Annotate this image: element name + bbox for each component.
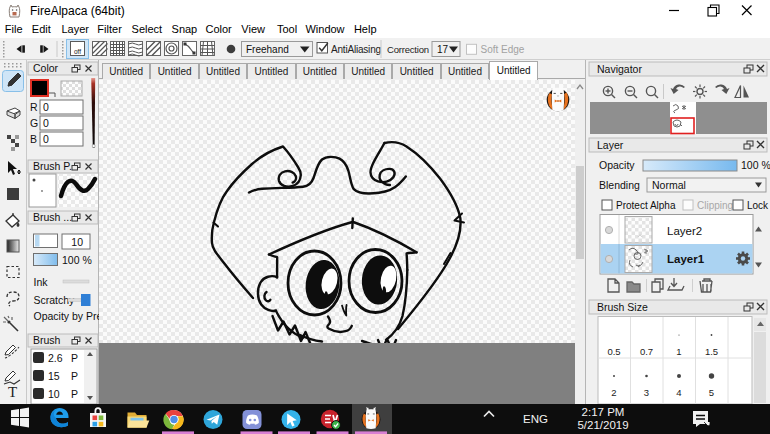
svg-text:Blending: Blending	[599, 179, 640, 191]
svg-text:4: 4	[676, 387, 681, 398]
svg-text:ENG: ENG	[523, 413, 548, 425]
svg-text:Correction: Correction	[387, 44, 429, 55]
svg-text:10: 10	[71, 236, 83, 248]
svg-text:2:17 PM: 2:17 PM	[582, 406, 625, 418]
svg-text:Layer1: Layer1	[667, 253, 705, 265]
svg-text:Color: Color	[33, 62, 59, 74]
svg-text:Layer2: Layer2	[667, 225, 702, 237]
svg-text:0: 0	[43, 133, 49, 145]
svg-text:Freehand: Freehand	[246, 44, 289, 55]
svg-text:10: 10	[48, 388, 60, 400]
svg-text:5: 5	[709, 387, 714, 398]
svg-text:Soft Edge: Soft Edge	[481, 44, 525, 55]
svg-text:0.5: 0.5	[607, 346, 620, 357]
svg-text:1.5: 1.5	[705, 346, 718, 357]
svg-text:15: 15	[48, 370, 60, 382]
svg-text:P: P	[71, 352, 78, 364]
svg-text:17: 17	[437, 44, 449, 55]
svg-text:Brush ...: Brush ...	[33, 211, 72, 223]
svg-text:2: 2	[611, 387, 616, 398]
svg-text:1: 1	[676, 346, 681, 357]
svg-text:Clipping: Clipping	[697, 200, 733, 211]
svg-text:G: G	[30, 117, 38, 129]
svg-text:Ink: Ink	[34, 276, 49, 288]
svg-text:AntiAliasing: AntiAliasing	[331, 44, 381, 55]
svg-text:Navigator: Navigator	[597, 63, 642, 75]
svg-text:0.7: 0.7	[640, 346, 653, 357]
svg-text:P: P	[71, 370, 78, 382]
svg-text:Brush: Brush	[33, 334, 61, 346]
svg-text:5/21/2019: 5/21/2019	[577, 419, 628, 431]
svg-text:2.6: 2.6	[48, 352, 63, 364]
svg-text:100 %: 100 %	[741, 159, 770, 171]
svg-text:Brush P...: Brush P...	[33, 160, 78, 172]
svg-text:off: off	[74, 48, 81, 55]
svg-text:0: 0	[43, 101, 49, 113]
svg-text:T: T	[8, 384, 17, 400]
svg-text:Opacity by Pre: Opacity by Pre	[34, 310, 100, 322]
svg-text:Normal: Normal	[652, 179, 686, 191]
svg-text:Brush Size: Brush Size	[597, 301, 648, 313]
svg-text:Protect Alpha: Protect Alpha	[616, 200, 676, 211]
svg-text:Opacity: Opacity	[599, 159, 635, 171]
svg-text:Layer: Layer	[597, 139, 624, 151]
svg-text:100 %: 100 %	[62, 254, 92, 266]
svg-text:3: 3	[644, 387, 649, 398]
svg-text:R: R	[30, 101, 38, 113]
svg-text:B: B	[30, 133, 37, 145]
svg-text:Lock: Lock	[747, 200, 769, 211]
svg-text:P: P	[71, 388, 78, 400]
svg-text:0: 0	[43, 117, 49, 129]
